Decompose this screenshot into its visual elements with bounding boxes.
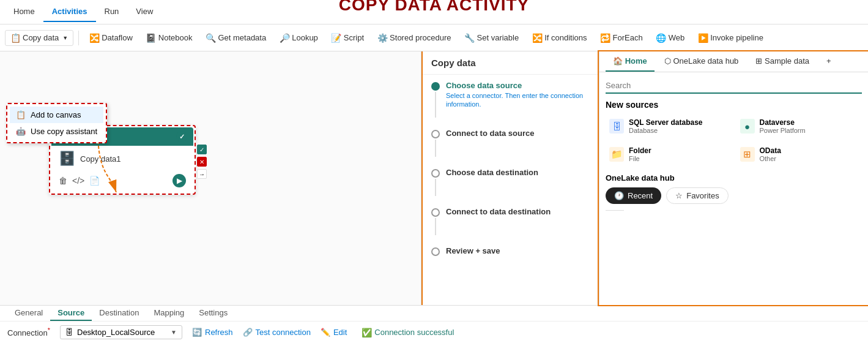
canvas-node-action-icons: 🗑 </> 📄 (59, 176, 100, 186)
bottom-tab-settings[interactable]: Settings (191, 306, 235, 321)
step-content-choose-dest: Choose data destination (446, 168, 538, 177)
ribbon-stored-procedure[interactable]: ⚙️ Stored procedure (372, 30, 456, 46)
set-variable-label: Set variable (477, 33, 519, 42)
web-label: Web (669, 33, 685, 42)
side-check-icon[interactable]: ✓ (197, 145, 207, 154)
add-to-canvas-item[interactable]: 📋 Add to canvas (10, 107, 103, 123)
wizard-panel: Copy data Choose data source Select a co… (421, 51, 599, 305)
get-metadata-icon: 🔍 (206, 33, 215, 43)
if-conditions-icon: 🔀 (532, 33, 542, 43)
sample-tab-icon: ⊞ (755, 56, 762, 66)
recent-button[interactable]: 🕐 Recent (606, 187, 661, 204)
side-arrow-icon[interactable]: → (197, 169, 207, 179)
sql-icon: 🗄 (609, 119, 624, 134)
stored-procedure-icon: ⚙️ (377, 33, 387, 43)
ribbon-get-metadata[interactable]: 🔍 Get metadata (200, 30, 272, 46)
wizard-step-connect-source: Connect to data source (431, 129, 590, 157)
folder-item-text: Folder File (629, 146, 651, 162)
ribbon-notebook[interactable]: 📓 Notebook (141, 30, 198, 46)
step-line-1 (435, 92, 436, 118)
wizard-step-connect-dest: Connect to data destination (431, 207, 590, 235)
ribbon-dataflow[interactable]: 🔀 Dataflow (84, 30, 138, 46)
recent-label: Recent (628, 191, 653, 200)
folder-icon: 📁 (609, 147, 624, 162)
connection-select[interactable]: 🗄 Desktop_LocalSource ▼ (60, 325, 182, 339)
source-item-dataverse[interactable]: ● Dataverse Power Platform (736, 115, 862, 138)
bottom-tab-mapping[interactable]: Mapping (146, 306, 191, 321)
copy-icon[interactable]: 📄 (89, 176, 100, 186)
source-tab-onelake[interactable]: ⬡ OneLake data hub (657, 51, 746, 72)
bottom-content: Connection* 🗄 Desktop_LocalSource ▼ 🔄 Re… (0, 322, 868, 343)
test-connection-action[interactable]: 🔗 Test connection (243, 328, 311, 337)
source-item-sql[interactable]: 🗄 SQL Server database Database (606, 115, 732, 138)
wizard-steps: Choose data source Select a connector. T… (423, 75, 598, 305)
test-connection-icon: 🔗 (243, 328, 253, 337)
tab-activities[interactable]: Activities (43, 2, 96, 22)
ribbon-set-variable[interactable]: 🔧 Set variable (459, 30, 525, 46)
source-items-grid: 🗄 SQL Server database Database ● Dataver… (606, 115, 862, 166)
canvas-node-go-button[interactable]: ▶ (172, 174, 186, 187)
web-icon: 🌐 (656, 33, 666, 43)
main-area: 📋 Add to canvas 🤖 Use copy assistant Cop… (0, 51, 868, 305)
step-indicator-choose-source (431, 82, 440, 91)
canvas-node-name: Copy data1 (80, 154, 121, 164)
bottom-tab-destination[interactable]: Destination (92, 306, 146, 321)
wizard-step-choose-dest: Choose data destination (431, 168, 590, 196)
step-content-connect-source: Connect to data source (446, 129, 534, 138)
source-tab-sample[interactable]: ⊞ Sample data (748, 51, 817, 72)
ribbon-copy-data[interactable]: 📋 Copy data ▼ (5, 30, 73, 46)
ribbon-if-conditions[interactable]: 🔀 If conditions (527, 30, 592, 46)
delete-icon[interactable]: 🗑 (59, 176, 67, 186)
code-icon[interactable]: </> (72, 176, 84, 186)
required-indicator: * (48, 326, 50, 334)
ribbon-script[interactable]: 📝 Script (326, 30, 369, 46)
top-nav-tabs: Home Activities Run View (5, 2, 161, 22)
source-item-folder[interactable]: 📁 Folder File (606, 143, 732, 166)
ribbon: 📋 Copy data ▼ 🔀 Dataflow 📓 Notebook 🔍 Ge… (0, 24, 868, 51)
home-tab-label: Home (625, 56, 647, 66)
folder-item-category: File (629, 155, 651, 162)
dataflow-label: Dataflow (102, 33, 133, 42)
ribbon-invoke-pipeline[interactable]: ▶️ Invoke pipeline (692, 30, 769, 46)
odata-item-text: OData Other (760, 146, 781, 162)
tab-home[interactable]: Home (5, 2, 43, 22)
favorites-button[interactable]: ☆ Favorites (666, 187, 728, 204)
step-line-3 (435, 179, 436, 196)
get-metadata-label: Get metadata (218, 33, 266, 42)
bottom-tab-source[interactable]: Source (50, 306, 92, 321)
step-title-connect-dest: Connect to data destination (446, 207, 551, 216)
copy-data-dropdown: 📋 Add to canvas 🤖 Use copy assistant (6, 103, 107, 143)
onelake-section: OneLake data hub 🕐 Recent ☆ Favorites (606, 173, 862, 211)
source-tab-more[interactable]: + (819, 51, 839, 72)
top-nav: Home Activities Run View COPY data activ… (0, 0, 868, 24)
tab-run[interactable]: Run (96, 2, 128, 22)
onelake-tab-icon: ⬡ (664, 56, 671, 66)
invoke-pipeline-label: Invoke pipeline (710, 33, 763, 42)
ribbon-web[interactable]: 🌐 Web (651, 30, 691, 46)
edit-action[interactable]: ✏️ Edit (321, 328, 347, 337)
source-panel: 🏠 Home ⬡ OneLake data hub ⊞ Sample data … (599, 51, 868, 305)
step-subtitle-choose-source: Select a connector. Then enter the conne… (446, 91, 590, 109)
bottom-tab-general[interactable]: General (7, 306, 50, 321)
ribbon-lookup[interactable]: 🔎 Lookup (274, 30, 324, 46)
connection-value: Desktop_LocalSource (77, 328, 155, 337)
use-copy-assistant-item[interactable]: 🤖 Use copy assistant (10, 123, 103, 140)
script-label: Script (344, 33, 364, 42)
side-error-icon[interactable]: ✕ (197, 157, 207, 167)
connection-db-icon: 🗄 (65, 328, 73, 337)
onelake-buttons: 🕐 Recent ☆ Favorites (606, 187, 862, 204)
source-search-input[interactable] (606, 78, 862, 94)
step-line-2 (435, 140, 436, 157)
sql-item-category: Database (629, 127, 703, 134)
bottom-tabs: General Source Destination Mapping Setti… (0, 306, 868, 322)
folder-item-name: Folder (629, 146, 651, 155)
step-indicator-choose-dest (431, 169, 440, 178)
ribbon-foreach[interactable]: 🔁 ForEach (595, 30, 648, 46)
step-title-review: Review + save (446, 246, 500, 255)
copy-data-icon: 📋 (10, 33, 20, 43)
refresh-action[interactable]: 🔄 Refresh (192, 328, 233, 337)
onelake-divider (606, 210, 624, 211)
source-item-odata[interactable]: ⊞ OData Other (736, 143, 862, 166)
tab-view[interactable]: View (127, 2, 161, 22)
source-tab-home[interactable]: 🏠 Home (606, 51, 655, 72)
